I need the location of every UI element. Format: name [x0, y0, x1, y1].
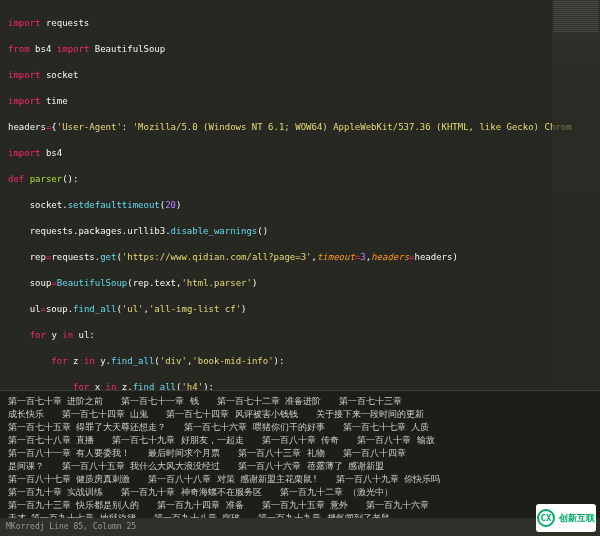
status-bar: MKorredj Line 85, Column 25	[0, 518, 600, 536]
output-cell: 第一百九十章 实战训练	[8, 487, 103, 497]
status-text: MKorredj Line 85, Column 25	[6, 522, 136, 531]
output-cell: 第一百八十八章 对策 感谢新盟主花栗鼠!	[148, 474, 317, 484]
output-row: 第一百八十一章 有人要委我！最后时间求个月票第一百八十三章 礼物第一百八十四章	[8, 447, 592, 460]
output-row: 是间课？第一百八十五章 我什么大风大浪没经过第一百八十六章 蓓露薄了 感谢新盟	[8, 460, 592, 473]
code-line: import requests	[8, 17, 592, 30]
code-line: headers={'User-Agent': 'Mozilla/5.0 (Win…	[8, 121, 592, 134]
output-cell: 第一百九十二章 （激光中）	[280, 487, 393, 497]
code-line: requests.packages.urllib3.disable_warnin…	[8, 225, 592, 238]
output-cell: 第一百七十三章	[339, 396, 402, 406]
code-line: import time	[8, 95, 592, 108]
output-cell: 第一百九十章 神奇海螺不在服务区	[121, 487, 261, 497]
watermark-logo: CX 创新互联	[536, 504, 596, 532]
code-line: from bs4 import BeautifulSoup	[8, 43, 592, 56]
output-cell: 第一百八十四章	[343, 448, 406, 458]
output-panel[interactable]: 第一百七十章 进阶之前第一百七十一章 钱第一百七十二章 准备进阶第一百七十三章成…	[0, 390, 600, 518]
output-cell: 第一百七十四章 风评被害小钱钱	[166, 409, 297, 419]
output-cell: 第一百八十七章 健质房真刺激	[8, 474, 130, 484]
code-line: import bs4	[8, 147, 592, 160]
output-cell: 第一百八十三章 礼物	[238, 448, 324, 458]
output-row: 成长快乐第一百七十四章 山鬼第一百七十四章 风评被害小钱钱关于接下来一段时间的更…	[8, 408, 592, 421]
output-cell: 第一百九十六章	[366, 500, 429, 510]
output-cell: 第一百八十章 输敌	[357, 435, 434, 445]
output-cell: 最后时间求个月票	[148, 448, 220, 458]
output-cell: 第一百七十七章 人质	[343, 422, 429, 432]
output-cell: 第一百九十三章 快乐都是别人的	[8, 500, 139, 510]
output-row: 第一百七十五章 得罪了大天尊还想走？第一百七十六章 喂猪你们干的好事第一百七十七…	[8, 421, 592, 434]
output-cell: 第一百八十六章 蓓露薄了 感谢新盟	[238, 461, 384, 471]
output-cell: 第一百七十四章 山鬼	[62, 409, 148, 419]
output-row: 第一百九十章 实战训练第一百九十章 神奇海螺不在服务区第一百九十二章 （激光中）	[8, 486, 592, 499]
output-cell: 第一百七十九章 好朋友，一起走	[112, 435, 243, 445]
output-cell: 第一百八十五章 我什么大风大浪没经过	[62, 461, 220, 471]
output-cell: 关于接下来一段时间的更新	[316, 409, 424, 419]
code-line: rep=requests.get('https://www.qidian.com…	[8, 251, 592, 264]
output-cell: 第一百七十六章 喂猪你们干的好事	[184, 422, 324, 432]
output-cell: 第一百七十章 进阶之前	[8, 396, 103, 406]
output-row: 第一百七十八章 直播第一百七十九章 好朋友，一起走第一百八十章 传奇第一百八十章…	[8, 434, 592, 447]
output-cell: 第一百八十章 传奇	[262, 435, 339, 445]
output-cell: 第一百七十八章 直播	[8, 435, 94, 445]
output-row: 第一百七十章 进阶之前第一百七十一章 钱第一百七十二章 准备进阶第一百七十三章	[8, 395, 592, 408]
code-line: for z in y.find_all('div','book-mid-info…	[8, 355, 592, 368]
output-cell: 第一百八十一章 有人要委我！	[8, 448, 130, 458]
code-line: socket.setdefaulttimeout(20)	[8, 199, 592, 212]
code-line: ul=soup.find_all('ul','all-img-list cf')	[8, 303, 592, 316]
code-editor[interactable]: import requests from bs4 import Beautifu…	[0, 0, 600, 390]
code-line: for x in z.find_all('h4'):	[8, 381, 592, 390]
output-cell: 第一百七十五章 得罪了大天尊还想走？	[8, 422, 166, 432]
code-line: def parser():	[8, 173, 592, 186]
output-row: 第一百八十七章 健质房真刺激第一百八十八章 对策 感谢新盟主花栗鼠!第一百八十九…	[8, 473, 592, 486]
code-line: soup=BeautifulSoup(rep.text,'html.parser…	[8, 277, 592, 290]
output-cell: 第一百七十一章 钱	[121, 396, 198, 406]
minimap[interactable]	[552, 0, 600, 390]
output-cell: 是间课？	[8, 461, 44, 471]
logo-icon: CX	[537, 509, 555, 527]
output-cell: 成长快乐	[8, 409, 44, 419]
output-cell: 第一百八十九章 你快乐吗	[336, 474, 440, 484]
output-cell: 第一百七十二章 准备进阶	[217, 396, 321, 406]
code-line: import socket	[8, 69, 592, 82]
output-cell: 第一百九十五章 意外	[262, 500, 348, 510]
code-line: for y in ul:	[8, 329, 592, 342]
output-row: 第一百九十三章 快乐都是别人的第一百九十四章 准备第一百九十五章 意外第一百九十…	[8, 499, 592, 512]
logo-label: 创新互联	[559, 512, 595, 525]
output-cell: 第一百九十四章 准备	[157, 500, 243, 510]
